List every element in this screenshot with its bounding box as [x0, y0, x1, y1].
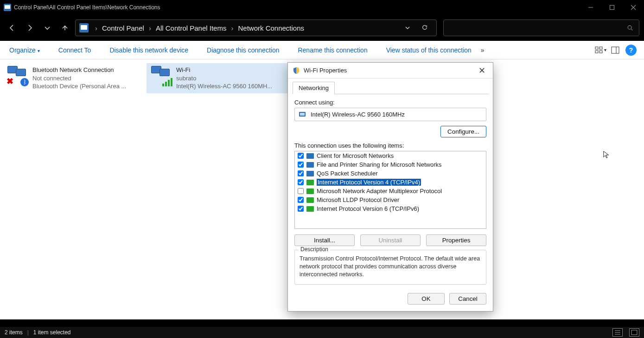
connect-to-button[interactable]: Connect To [54, 44, 96, 57]
configure-button[interactable]: Configure... [440, 126, 486, 137]
svg-rect-8 [599, 47, 602, 49]
protocol-icon [306, 171, 314, 176]
connection-item[interactable]: Wi-FisubratoIntel(R) Wireless-AC 9560 16… [147, 63, 290, 93]
chevron-right-icon[interactable]: › [92, 24, 100, 32]
refresh-button[interactable] [417, 24, 433, 32]
connection-status: subrato [176, 74, 272, 83]
protocol-item[interactable]: Microsoft Network Adapter Multiplexor Pr… [295, 187, 486, 195]
minimize-button[interactable] [580, 0, 601, 15]
details-view-button[interactable] [612, 328, 623, 337]
maximize-button[interactable] [601, 0, 623, 15]
protocol-item[interactable]: QoS Packet Scheduler [295, 169, 486, 178]
protocol-icon [306, 197, 314, 203]
command-bar: Organize Connect To Disable this network… [0, 41, 644, 59]
protocol-checkbox[interactable] [298, 170, 304, 176]
protocol-item[interactable]: Internet Protocol Version 4 (TCP/IPv4) [295, 178, 486, 187]
up-button[interactable] [57, 20, 72, 35]
connection-status: Not connected [32, 74, 126, 83]
cancel-button[interactable]: Cancel [449, 293, 486, 305]
protocol-item[interactable]: File and Printer Sharing for Microsoft N… [295, 160, 486, 169]
protocol-checkbox[interactable] [298, 206, 304, 212]
dialog-title: Wi-Fi Properties [304, 67, 347, 74]
connect-using-label: Connect using: [294, 99, 486, 106]
svg-rect-10 [612, 47, 619, 53]
diagnose-button[interactable]: Diagnose this connection [202, 44, 284, 57]
location-icon [79, 23, 89, 32]
protocol-label: Microsoft LLDP Protocol Driver [317, 196, 399, 203]
search-input[interactable] [443, 20, 639, 36]
svg-line-5 [631, 29, 633, 31]
connection-name: Bluetooth Network Connection [32, 66, 126, 74]
items-listbox[interactable]: Client for Microsoft NetworksFile and Pr… [294, 151, 486, 229]
status-selected-count: 1 item selected [33, 329, 71, 336]
protocol-label: File and Printer Sharing for Microsoft N… [317, 161, 441, 168]
protocol-icon [306, 180, 314, 185]
help-button[interactable]: ? [625, 45, 637, 56]
items-label: This connection uses the following items… [294, 142, 486, 149]
dialog-title-bar[interactable]: Wi-Fi Properties ✕ [288, 63, 493, 78]
search-icon [627, 25, 633, 31]
svg-rect-7 [595, 51, 598, 53]
protocol-label: Internet Protocol Version 4 (TCP/IPv4) [317, 179, 421, 186]
protocol-item[interactable]: Internet Protocol Version 6 (TCP/IPv6) [295, 204, 486, 213]
status-item-count: 2 items [5, 329, 23, 336]
description-group: Description Transmission Control Protoco… [294, 250, 486, 285]
connection-item[interactable]: ✖ᛒBluetooth Network ConnectionNot connec… [3, 63, 147, 93]
wifi-signal-icon [162, 78, 172, 86]
view-options-button[interactable]: ▾ [593, 43, 608, 58]
forward-button[interactable] [22, 20, 37, 35]
protocol-item[interactable]: Microsoft LLDP Protocol Driver [295, 195, 486, 204]
dialog-close-button[interactable]: ✕ [476, 65, 488, 76]
breadcrumb-dropdown[interactable] [400, 24, 415, 32]
protocol-label: Microsoft Network Adapter Multiplexor Pr… [317, 188, 442, 195]
ok-button[interactable]: OK [408, 293, 445, 305]
dialog-tabs: Networking [293, 80, 488, 94]
network-icon [150, 66, 172, 86]
svg-rect-17 [300, 113, 305, 116]
back-button[interactable] [5, 20, 19, 35]
description-label: Description [299, 246, 330, 253]
network-icon: ✖ᛒ [6, 66, 29, 86]
preview-pane-button[interactable] [608, 43, 623, 58]
chevron-right-icon[interactable]: › [146, 24, 154, 32]
control-panel-icon [4, 4, 11, 11]
protocol-checkbox[interactable] [298, 188, 304, 194]
breadcrumb-item[interactable]: All Control Panel Items [156, 24, 227, 32]
bluetooth-icon: ᛒ [20, 78, 29, 86]
connection-device: Bluetooth Device (Personal Area ... [32, 82, 126, 91]
protocol-checkbox[interactable] [298, 162, 304, 168]
protocol-label: Client for Microsoft Networks [317, 152, 394, 159]
overflow-button[interactable]: » [476, 44, 489, 57]
disable-device-button[interactable]: Disable this network device [105, 44, 193, 57]
protocol-item[interactable]: Client for Microsoft Networks [295, 151, 486, 160]
svg-rect-1 [610, 6, 614, 10]
organize-menu[interactable]: Organize [5, 44, 45, 57]
rename-button[interactable]: Rename this connection [293, 44, 372, 57]
chevron-right-icon[interactable]: › [228, 24, 236, 32]
protocol-icon [306, 188, 314, 194]
protocol-label: Internet Protocol Version 6 (TCP/IPv6) [317, 205, 419, 212]
breadcrumb-item[interactable]: Control Panel [102, 24, 144, 32]
tab-networking[interactable]: Networking [293, 82, 335, 94]
large-icons-view-button[interactable] [629, 328, 639, 337]
install-button[interactable]: Install... [294, 234, 355, 246]
protocol-checkbox[interactable] [298, 153, 304, 159]
error-icon: ✖ [6, 76, 13, 86]
breadcrumb[interactable]: › Control Panel › All Control Panel Item… [75, 20, 437, 36]
description-text: Transmission Control Protocol/Internet P… [300, 255, 481, 279]
svg-rect-6 [595, 47, 598, 49]
separator: | [27, 329, 29, 336]
svg-point-4 [628, 26, 631, 29]
protocol-checkbox[interactable] [298, 179, 304, 185]
recent-locations-button[interactable] [40, 20, 55, 35]
protocol-icon [306, 162, 314, 168]
protocol-icon [306, 206, 314, 212]
close-button[interactable] [623, 0, 644, 15]
breadcrumb-item[interactable]: Network Connections [238, 24, 304, 32]
properties-button[interactable]: Properties [426, 234, 486, 246]
svg-rect-15 [631, 330, 637, 335]
adapter-field[interactable]: Intel(R) Wireless-AC 9560 160MHz [294, 108, 486, 121]
protocol-checkbox[interactable] [298, 197, 304, 203]
protocol-icon [306, 153, 314, 159]
view-status-button[interactable]: View status of this connection [382, 44, 476, 57]
